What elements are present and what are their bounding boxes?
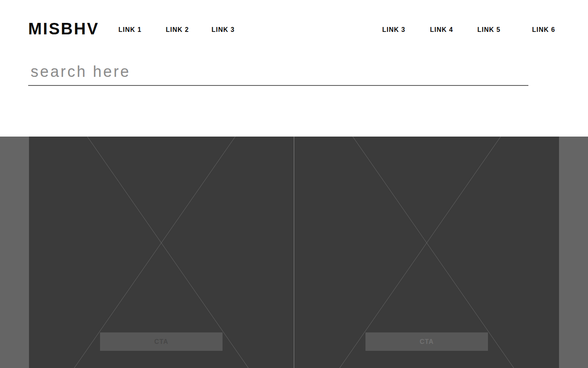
nav-link-right-4[interactable]: LINK 6 <box>532 26 555 33</box>
image-placeholder-card-1: CTA <box>29 137 294 368</box>
cta-button-1[interactable]: CTA <box>100 332 223 351</box>
nav-link-right-2[interactable]: LINK 4 <box>430 26 453 33</box>
nav-link-left-2[interactable]: LINK 2 <box>166 26 189 33</box>
nav-link-right-1[interactable]: LINK 3 <box>382 26 405 33</box>
nav-link-left-1[interactable]: LINK 1 <box>118 26 142 33</box>
brand-logo[interactable]: MISBHV <box>28 20 99 37</box>
nav-link-left-3[interactable]: LINK 3 <box>212 26 235 33</box>
image-placeholder-card-2: CTA <box>294 137 559 368</box>
search-input[interactable] <box>28 61 528 86</box>
hero-section: CTA CTA <box>0 137 588 368</box>
cta-button-2[interactable]: CTA <box>365 332 488 351</box>
nav-link-right-3[interactable]: LINK 5 <box>477 26 501 33</box>
site-header: MISBHV LINK 1 LINK 2 LINK 3 LINK 3 LINK … <box>0 0 588 137</box>
